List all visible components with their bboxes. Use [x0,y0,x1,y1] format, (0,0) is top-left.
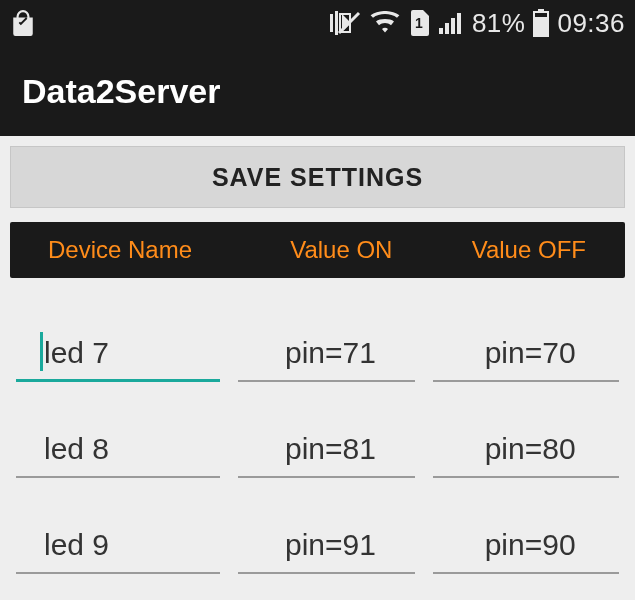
device-name-input[interactable]: led 9 [16,516,220,574]
value-on-input[interactable]: pin=81 [238,420,416,478]
svg-rect-1 [335,11,338,35]
shopping-bag-icon [10,9,36,37]
col-header-value-on: Value ON [250,236,433,264]
value-off-input[interactable]: pin=80 [433,420,619,478]
col-header-value-off: Value OFF [433,236,625,264]
clock: 09:36 [557,8,625,39]
svg-rect-6 [451,18,455,34]
svg-rect-7 [457,13,461,34]
save-settings-button[interactable]: SAVE SETTINGS [10,146,625,208]
battery-icon [533,9,549,37]
device-name-input[interactable]: led 8 [16,420,220,478]
device-table: Device Name Value ON Value OFF led 7 pin… [10,222,625,600]
table-header-row: Device Name Value ON Value OFF [10,222,625,278]
table-row: led 7 pin=71 pin=70 [10,286,625,382]
device-name-input[interactable]: led 7 [16,324,220,382]
svg-text:1: 1 [415,15,423,31]
svg-rect-5 [445,23,449,34]
battery-percent: 81% [472,8,526,39]
wifi-icon [370,11,400,35]
status-bar: 1 81% 09:36 [0,0,635,46]
table-body: led 7 pin=71 pin=70 led 8 pin=81 pin=80 … [10,278,625,600]
svg-rect-10 [534,17,548,37]
value-off-input[interactable]: pin=90 [433,516,619,574]
svg-rect-0 [330,14,333,32]
table-row: led 9 pin=91 pin=90 [10,478,625,574]
value-on-input[interactable]: pin=91 [238,516,416,574]
app-title-bar: Data2Server [0,46,635,136]
sim-icon: 1 [408,10,430,36]
app-title: Data2Server [22,72,220,111]
col-header-device-name: Device Name [10,236,250,264]
svg-rect-4 [439,28,443,34]
table-row: - [10,574,625,600]
value-off-input[interactable]: pin=70 [433,324,619,382]
content-area: SAVE SETTINGS Device Name Value ON Value… [0,136,635,600]
table-row: led 8 pin=81 pin=80 [10,382,625,478]
signal-icon [438,11,464,35]
vibrate-mute-icon [328,10,362,36]
value-on-input[interactable]: pin=71 [238,324,416,382]
